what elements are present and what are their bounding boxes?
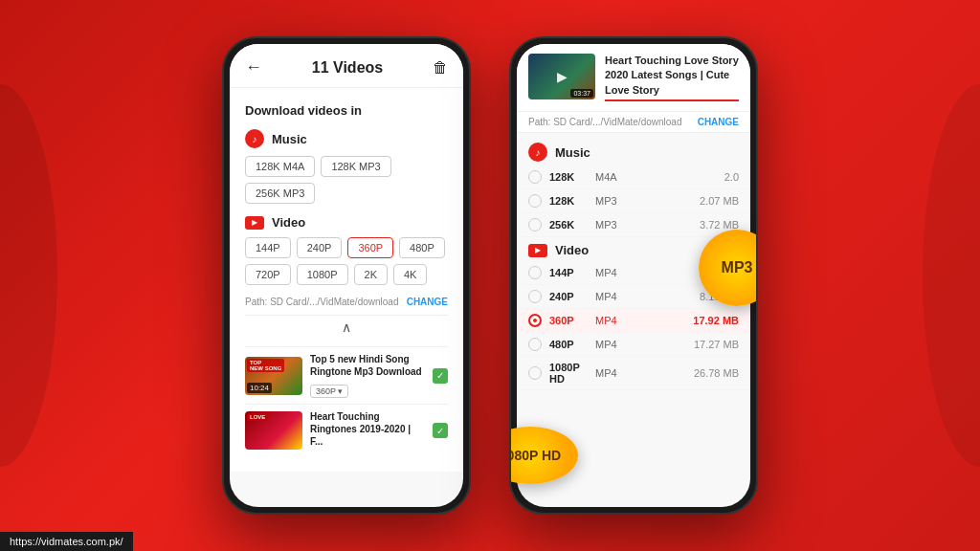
format-1080p[interactable]: 1080P HD MP4 26.78 MB (517, 357, 750, 390)
size-mp4-360: 17.92 MB (693, 315, 739, 326)
video-quality-tag-1[interactable]: 360P ▾ (310, 385, 348, 398)
p2-music-header: ♪ Music (517, 137, 750, 165)
video-info-2: Heart Touching Ringtones 2019-2020 | F..… (310, 410, 425, 451)
radio-128k-m4a[interactable] (528, 170, 542, 184)
preview-thumb: ▶ 03:37 (528, 54, 595, 99)
quality-128k-mp3[interactable]: 128K MP3 (321, 156, 390, 177)
quality-1080p-p2: 1080P HD (549, 362, 588, 385)
format-128k-mp3[interactable]: 128K MP3 2.07 MB (517, 189, 750, 213)
quality-4k[interactable]: 4K (393, 264, 427, 285)
quality-128k-mp3-p2: 128K (549, 195, 588, 207)
music-quality-grid: 128K M4A 128K MP3 256K MP3 (245, 156, 448, 204)
video-item-2: LOVE Heart Touching Ringtones 2019-2020 … (245, 404, 448, 456)
type-mp4-240: MP4 (595, 291, 692, 302)
dropdown-icon-1: ▾ (338, 386, 343, 396)
radio-240p[interactable] (528, 290, 542, 303)
quality-480p[interactable]: 480P (399, 237, 445, 258)
video-thumb-2: LOVE (245, 411, 302, 450)
quality-360p[interactable]: 360P (347, 237, 393, 258)
type-mp4-360: MP4 (595, 315, 685, 326)
video-info-1: Top 5 new Hindi Song Ringtone Mp3 Downlo… (310, 353, 425, 398)
type-mp3-128: MP3 (595, 195, 692, 207)
video-preview: ▶ 03:37 Heart Touching Love Story 2020 L… (528, 54, 739, 101)
music-icon: ♪ (245, 129, 264, 148)
path-row: Path: SD Card/.../VidMate/download CHANG… (245, 297, 448, 307)
video-title-1: Top 5 new Hindi Song Ringtone Mp3 Downlo… (310, 353, 425, 378)
radio-144p[interactable] (528, 266, 542, 279)
music-section-label: Music (272, 132, 307, 146)
download-label: Download videos in (245, 103, 448, 118)
quality-256k-mp3[interactable]: 256K MP3 (245, 183, 315, 204)
music-section-header: ♪ Music (245, 129, 448, 148)
size-mp4-1080: 26.78 MB (694, 367, 739, 379)
quality-144p-p2: 144P (549, 267, 588, 278)
phone2-path-row: Path: SD Card/.../VidMate/download CHANG… (517, 112, 750, 133)
phone-2: ▶ 03:37 Heart Touching Love Story 2020 L… (509, 36, 758, 515)
p2-video-icon: ▶ (528, 244, 547, 257)
p2-video-label: Video (555, 243, 589, 257)
thumb-label-1: TOPNEW SONG (247, 359, 284, 372)
quality-128k-m4a-p2: 128K (549, 171, 588, 183)
quality-256k-mp3-p2: 256K (549, 219, 588, 231)
type-mp3-256: MP3 (595, 219, 692, 231)
radio-256k-mp3[interactable] (528, 218, 542, 231)
quality-label-1: 360P (316, 386, 336, 396)
thumb-label-2: LOVE (247, 413, 268, 421)
video-icon: ▶ (245, 216, 264, 230)
phone2-header: ▶ 03:37 Heart Touching Love Story 2020 L… (517, 44, 750, 112)
radio-128k-mp3[interactable] (528, 194, 542, 208)
change-button[interactable]: CHANGE (407, 297, 448, 307)
format-128k-m4a[interactable]: 128K M4A 2.0 (517, 165, 750, 189)
chevron-up-icon: ∧ (342, 320, 351, 335)
phone1-title: 11 Videos (312, 59, 383, 77)
video-thumb-1: TOPNEW SONG 10:24 (245, 357, 302, 395)
video-item-1: TOPNEW SONG 10:24 Top 5 new Hindi Song R… (245, 346, 448, 404)
phone-1-screen: ← 11 Videos 🗑 Download videos in ♪ Music… (230, 44, 463, 507)
radio-360p[interactable] (528, 314, 542, 327)
p2-music-icon: ♪ (528, 143, 547, 162)
url-text: https://vidmates.com.pk/ (10, 536, 123, 547)
check-icon-1[interactable]: ✓ (433, 368, 448, 384)
phone2-change-button[interactable]: CHANGE (698, 117, 739, 127)
phone-1: ← 11 Videos 🗑 Download videos in ♪ Music… (222, 36, 471, 515)
preview-title: Heart Touching Love Story 2020 Latest So… (605, 54, 739, 101)
size-mp3-128: 2.07 MB (700, 195, 739, 207)
collapse-button[interactable]: ∧ (245, 315, 448, 339)
format-360p[interactable]: 360P MP4 17.92 MB (517, 309, 750, 333)
video-section-label: Video (272, 215, 305, 230)
video-title-2: Heart Touching Ringtones 2019-2020 | F..… (310, 410, 425, 448)
1080p-badge-text: 1080P HD (509, 449, 561, 462)
back-button[interactable]: ← (245, 57, 262, 77)
size-m4a: 2.0 (724, 171, 739, 183)
type-mp4-480: MP4 (595, 339, 686, 350)
trash-icon[interactable]: 🗑 (433, 59, 448, 77)
type-mp4-144: MP4 (595, 267, 692, 278)
quality-128k-m4a[interactable]: 128K M4A (245, 156, 315, 177)
video-quality-grid: 144P 240P 360P 480P 720P 1080P 2K 4K (245, 237, 448, 285)
phone1-body: Download videos in ♪ Music 128K M4A 128K… (230, 88, 463, 472)
quality-1080p[interactable]: 1080P (297, 264, 348, 285)
mp3-badge-text: MP3 (722, 259, 753, 276)
quality-360p-p2: 360P (549, 315, 588, 326)
quality-240p-p2: 240P (549, 291, 588, 302)
quality-720p[interactable]: 720P (245, 264, 291, 285)
duration-badge-1: 10:24 (247, 383, 272, 393)
p2-music-label: Music (555, 145, 590, 160)
quality-240p[interactable]: 240P (297, 237, 343, 258)
url-bar: https://vidmates.com.pk/ (0, 532, 133, 551)
quality-2k[interactable]: 2K (354, 264, 388, 285)
preview-duration: 03:37 (570, 89, 593, 98)
radio-1080p[interactable] (528, 366, 542, 380)
quality-480p-p2: 480P (549, 339, 588, 350)
format-256k-mp3[interactable]: 256K MP3 3.72 MB (517, 213, 750, 237)
type-mp4-1080: MP4 (595, 367, 686, 379)
phones-container: ← 11 Videos 🗑 Download videos in ♪ Music… (0, 0, 980, 551)
format-480p[interactable]: 480P MP4 17.27 MB (517, 333, 750, 357)
path-text: Path: SD Card/.../VidMate/download (245, 297, 398, 307)
phone1-header: ← 11 Videos 🗑 (230, 44, 463, 88)
check-icon-2[interactable]: ✓ (433, 423, 448, 438)
quality-144p[interactable]: 144P (245, 237, 291, 258)
phone2-path-text: Path: SD Card/.../VidMate/download (528, 117, 681, 127)
radio-480p[interactable] (528, 338, 542, 351)
video-section-header: ▶ Video (245, 215, 448, 230)
